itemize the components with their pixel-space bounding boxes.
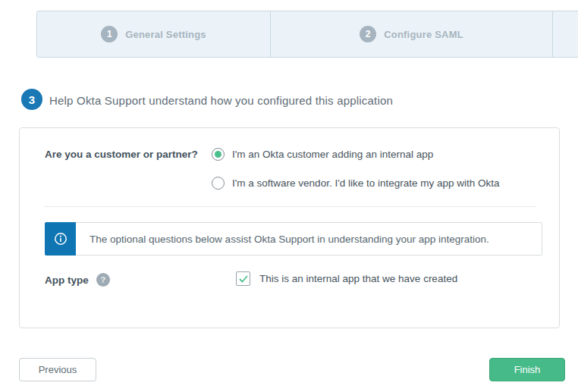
step-2-label: Configure SAML [384, 29, 463, 40]
internal-app-checkbox-row[interactable]: This is an internal app that we have cre… [236, 271, 457, 286]
page-title: Help Okta Support understand how you con… [49, 94, 393, 107]
radio-selected-icon[interactable] [212, 148, 225, 161]
app-type-label: App type ? [45, 273, 110, 287]
previous-button[interactable]: Previous [19, 358, 96, 381]
radio-unselected-icon[interactable] [212, 177, 225, 190]
okta-app-wizard-page: 1 General Settings 2 Configure SAML 3 He… [0, 0, 578, 392]
checkbox-label[interactable]: This is an internal app that we have cre… [259, 273, 457, 284]
wizard-step-general-settings[interactable]: 1 General Settings [37, 11, 271, 57]
radio-option-label[interactable]: I'm an Okta customer adding an internal … [232, 149, 433, 160]
wizard-step-configure-saml[interactable]: 2 Configure SAML [271, 11, 553, 57]
radio-option-okta-customer[interactable]: I'm an Okta customer adding an internal … [212, 148, 433, 161]
finish-button[interactable]: Finish [489, 358, 565, 381]
app-type-label-text: App type [45, 274, 89, 286]
info-banner: The optional questions below assist Okta… [45, 222, 542, 256]
section-divider [45, 206, 536, 207]
info-icon [45, 222, 76, 256]
step-2-badge: 2 [360, 26, 376, 42]
info-banner-text: The optional questions below assist Okta… [76, 222, 542, 256]
feedback-form-panel: Are you a customer or partner? I'm an Ok… [19, 127, 560, 328]
radio-dot [215, 151, 221, 158]
checkbox-checked-icon[interactable] [236, 271, 250, 286]
step-3-badge: 3 [21, 89, 42, 110]
step-1-badge: 1 [101, 26, 118, 42]
radio-option-label[interactable]: I'm a software vendor. I'd like to integ… [232, 177, 500, 189]
wizard-step-next-partial[interactable] [553, 11, 578, 57]
help-icon[interactable]: ? [96, 273, 110, 287]
checkmark-icon [238, 274, 249, 284]
step-1-label: General Settings [125, 29, 206, 40]
radio-option-software-vendor[interactable]: I'm a software vendor. I'd like to integ… [212, 177, 500, 190]
customer-question-label: Are you a customer or partner? [45, 149, 198, 160]
wizard-steps-bar: 1 General Settings 2 Configure SAML [36, 11, 578, 58]
